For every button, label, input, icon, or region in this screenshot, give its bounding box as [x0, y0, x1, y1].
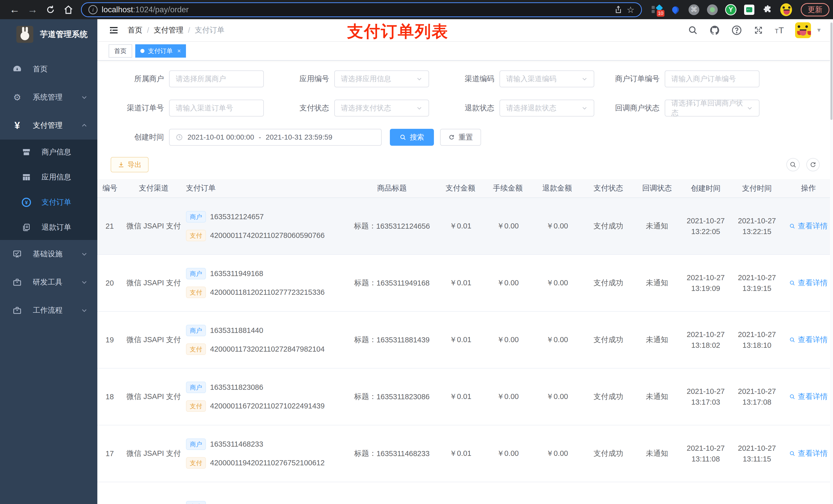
extension-record-icon[interactable] [707, 4, 718, 16]
sidebar-item-workflow[interactable]: 工作流程 [0, 296, 97, 325]
refresh-icon [448, 134, 455, 141]
sidebar-item-dev-tools[interactable]: 研发工具 [0, 268, 97, 296]
site-info-icon[interactable]: i [88, 5, 98, 14]
view-detail-link[interactable]: 查看详情 [784, 391, 833, 402]
profile-avatar-icon[interactable] [780, 4, 792, 16]
refund-status-filter-select[interactable]: 请选择退款状态 [499, 100, 594, 117]
back-icon[interactable]: ← [7, 2, 23, 18]
extensions-puzzle-icon[interactable] [762, 4, 774, 16]
col-no: 编号 [102, 183, 117, 193]
app-filter-label: 应用编号 [274, 74, 329, 84]
pay-status-filter-select[interactable]: 请选择支付状态 [334, 100, 429, 117]
help-icon[interactable] [731, 25, 742, 35]
notify-text: 未通知 [633, 278, 681, 288]
breadcrumb-pay[interactable]: 支付管理 [154, 25, 184, 35]
gear-icon: ⚙ [11, 92, 23, 102]
reset-button[interactable]: 重置 [440, 129, 481, 146]
sidebar-item-system[interactable]: ⚙ 系统管理 [0, 83, 97, 112]
chevron-down-icon [581, 76, 588, 82]
breadcrumb-home[interactable]: 首页 [127, 25, 142, 35]
extension-strip: 10 ⌘ Y [651, 4, 792, 16]
channel-pay-no: 4200001174202110278060590766 [210, 231, 325, 240]
screen: ← → i localhost:1024/pay/order ☆ 10 ⌘ [0, 0, 833, 504]
chevron-down-icon [747, 105, 753, 111]
status-text: 支付成功 [584, 221, 633, 231]
chevron-up-icon [81, 122, 88, 129]
address-bar[interactable]: i localhost:1024/pay/order ☆ [81, 2, 642, 17]
chevron-down-icon [81, 307, 88, 314]
extension-badge: 10 [657, 10, 664, 17]
home-icon[interactable] [61, 2, 76, 18]
sidebar-item-home[interactable]: 首页 [0, 55, 97, 83]
view-detail-link[interactable]: 查看详情 [784, 221, 833, 231]
tab-pay-order[interactable]: 支付订单 × [135, 44, 186, 57]
extension-command-icon[interactable]: ⌘ [688, 4, 700, 16]
url-host: localhost [102, 5, 133, 14]
store-icon [21, 147, 32, 157]
font-size-icon[interactable]: TT [775, 25, 784, 35]
sidebar-item-label: 工作流程 [33, 305, 63, 315]
github-icon[interactable] [709, 25, 720, 35]
forward-icon[interactable]: → [25, 2, 41, 18]
extension-diamond-icon[interactable]: 10 [651, 4, 663, 16]
view-detail-link[interactable]: 查看详情 [784, 278, 833, 288]
channel-code-filter-select[interactable]: 请输入渠道编码 [499, 70, 594, 87]
status-text: 支付成功 [584, 391, 633, 402]
sidebar-item-label: 基础设施 [33, 249, 63, 259]
share-icon[interactable] [614, 5, 623, 14]
export-button[interactable]: 导出 [111, 157, 148, 172]
search-icon[interactable] [688, 25, 698, 35]
pay-order-table: 编号 支付渠道 支付订单 商品标题 支付金额 手续金额 退款金额 支付状态 回调… [97, 179, 833, 504]
col-notify: 回调状态 [633, 183, 681, 193]
extension-pin-icon[interactable] [670, 4, 681, 16]
tab-home[interactable]: 首页 [109, 44, 132, 57]
channel-pay-no: 4200001181202110277723215336 [210, 288, 325, 296]
col-channel: 支付渠道 [125, 183, 182, 193]
col-title: 商品标题 [348, 183, 435, 193]
reload-icon[interactable] [43, 2, 58, 18]
date-start: 2021-10-01 00:00:00 [188, 133, 254, 141]
chevron-down-icon [81, 279, 88, 286]
scrollbar-thumb[interactable] [830, 23, 832, 120]
extension-chat-icon[interactable] [743, 4, 755, 16]
avatar-caret-icon[interactable]: ▼ [816, 27, 822, 33]
user-avatar[interactable] [795, 22, 811, 38]
col-status: 支付状态 [584, 183, 633, 193]
pay-status-filter-label: 支付状态 [274, 103, 329, 113]
show-search-toggle-button[interactable] [786, 158, 800, 171]
refresh-table-button[interactable] [806, 158, 820, 171]
merchant-tag: 商户 [186, 501, 206, 504]
merchant-order-no-filter-input[interactable]: 请输入商户订单编号 [665, 70, 760, 87]
merchant-order-no: 1635312124657 [210, 213, 264, 221]
pay-tag: 支付 [186, 457, 206, 469]
collapse-sidebar-icon[interactable] [109, 25, 119, 35]
merchant-filter-input[interactable]: 请选择所属商户 [169, 70, 264, 87]
browser-update-button[interactable]: 更新 [801, 3, 829, 16]
app-filter-select[interactable]: 请选择应用信息 [334, 70, 429, 87]
merchant-order-no-filter-label: 商户订单编号 [604, 74, 660, 84]
table-row: 21 微信 JSAPI 支付 商户1635312124657 支付4200001… [97, 198, 833, 255]
view-detail-link[interactable]: 查看详情 [784, 449, 833, 459]
close-icon[interactable]: × [177, 47, 181, 54]
notify-status-filter-select[interactable]: 请选择订单回调商户状态 [665, 100, 760, 117]
sidebar-item-label: 应用信息 [42, 172, 71, 182]
extension-y-icon[interactable]: Y [725, 4, 737, 16]
yen-icon: ¥ [11, 120, 23, 131]
view-detail-link[interactable]: 查看详情 [784, 335, 833, 345]
channel-order-no-filter-input[interactable]: 请输入渠道订单号 [169, 100, 264, 117]
sidebar-item-app-info[interactable]: 应用信息 [0, 165, 97, 190]
fullscreen-icon[interactable] [753, 25, 764, 35]
sidebar-item-infra[interactable]: 基础设施 [0, 240, 97, 268]
sidebar-item-refund-order[interactable]: 退款订单 [0, 215, 97, 240]
merchant-tag: 商户 [186, 438, 206, 450]
sidebar-item-pay[interactable]: ¥ 支付管理 [0, 112, 97, 140]
create-time-range-picker[interactable]: 2021-10-01 00:00:00 - 2021-10-31 23:59:5… [169, 129, 382, 146]
refund-status-filter-label: 退款状态 [439, 103, 494, 113]
window-scrollbar[interactable] [830, 21, 833, 504]
sidebar-item-label: 研发工具 [33, 277, 63, 287]
bookmark-star-icon[interactable]: ☆ [627, 5, 635, 15]
sidebar-item-pay-order[interactable]: ¥ 支付订单 [0, 190, 97, 215]
sidebar-item-merchant-info[interactable]: 商户信息 [0, 140, 97, 165]
search-button[interactable]: 搜索 [390, 129, 434, 146]
channel-pay-no: 4200001173202110272847982104 [210, 345, 325, 354]
